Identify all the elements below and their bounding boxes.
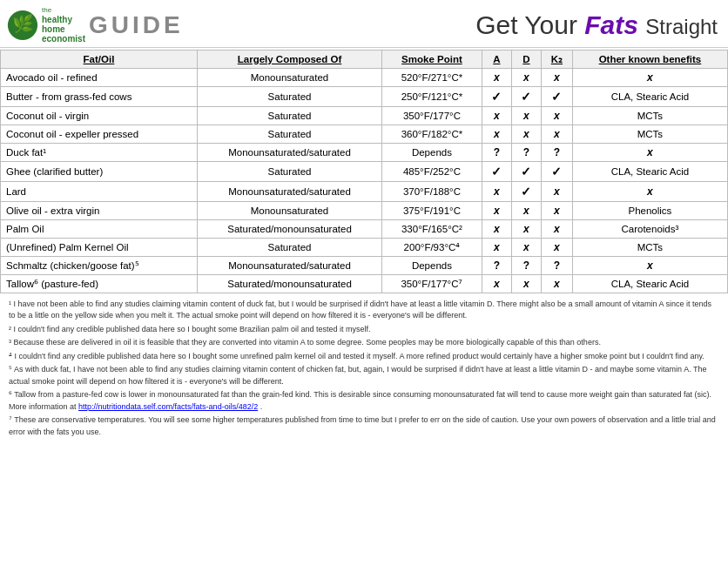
table-cell-2-1: Saturated xyxy=(197,106,381,125)
table-cell-8-5: x xyxy=(541,219,572,238)
table-cell-10-4: ? xyxy=(511,256,541,274)
table-cell-11-3: x xyxy=(482,274,511,293)
table-cell-7-6: Phenolics xyxy=(572,201,727,219)
nutrition-link[interactable]: http://nutritiondata.self.com/facts/fats… xyxy=(78,402,258,411)
table-cell-4-6: x xyxy=(572,143,727,161)
col-header-k2: K₂ xyxy=(541,50,572,68)
table-cell-9-1: Saturated xyxy=(197,238,381,256)
table-cell-11-2: 350°F/177°C⁷ xyxy=(382,274,482,293)
table-cell-8-3: x xyxy=(482,219,511,238)
table-cell-2-0: Coconut oil - virgin xyxy=(1,106,198,125)
table-row: Schmaltz (chicken/goose fat)⁵Monounsatur… xyxy=(1,256,728,274)
table-cell-1-2: 250°F/121°C* xyxy=(382,86,482,106)
footnote-7: ⁷ These are conservative temperatures. Y… xyxy=(9,414,719,438)
table-cell-9-3: x xyxy=(482,238,511,256)
table-cell-10-3: ? xyxy=(482,256,511,274)
table-cell-5-2: 485°F/252°C xyxy=(382,161,482,181)
table-cell-10-2: Depends xyxy=(382,256,482,274)
table-cell-3-2: 360°F/182°C* xyxy=(382,125,482,143)
table-cell-2-3: x xyxy=(482,106,511,125)
table-cell-2-5: x xyxy=(541,106,572,125)
table-cell-0-5: x xyxy=(541,68,572,86)
table-cell-8-1: Saturated/monounsaturated xyxy=(197,219,381,238)
table-cell-6-4: ✓ xyxy=(511,181,541,201)
table-cell-6-2: 370°F/188°C xyxy=(382,181,482,201)
table-cell-10-1: Monounsaturated/saturated xyxy=(197,256,381,274)
table-cell-6-0: Lard xyxy=(1,181,198,201)
guide-label: GUIDE xyxy=(89,11,184,39)
table-cell-11-6: CLA, Stearic Acid xyxy=(572,274,727,293)
page-wrapper: 🌿 the healthy home economist GUIDE Get Y… xyxy=(0,0,728,445)
col-header-a: A xyxy=(482,50,511,68)
col-header-smoke: Smoke Point xyxy=(382,50,482,68)
table-cell-4-0: Duck fat¹ xyxy=(1,143,198,161)
table-row: Olive oil - extra virginMonounsaturated3… xyxy=(1,201,728,219)
table-cell-8-6: Carotenoids³ xyxy=(572,219,727,238)
table-cell-4-1: Monounsaturated/saturated xyxy=(197,143,381,161)
table-cell-8-0: Palm Oil xyxy=(1,219,198,238)
table-cell-5-1: Saturated xyxy=(197,161,381,181)
table-cell-4-2: Depends xyxy=(382,143,482,161)
table-cell-8-4: x xyxy=(511,219,541,238)
table-cell-9-0: (Unrefined) Palm Kernel Oil xyxy=(1,238,198,256)
table-cell-7-3: x xyxy=(482,201,511,219)
table-cell-1-0: Butter - from grass-fed cows xyxy=(1,86,198,106)
table-cell-4-5: ? xyxy=(541,143,572,161)
table-cell-3-6: MCTs xyxy=(572,125,727,143)
table-cell-10-6: x xyxy=(572,256,727,274)
table-cell-0-1: Monounsaturated xyxy=(197,68,381,86)
title-fats: Fats xyxy=(584,10,638,39)
table-cell-9-6: MCTs xyxy=(572,238,727,256)
table-cell-6-5: x xyxy=(541,181,572,201)
footnote-4: ⁴ I couldn't find any credible published… xyxy=(9,351,719,363)
table-cell-5-4: ✓ xyxy=(511,161,541,181)
table-cell-7-4: x xyxy=(511,201,541,219)
table-cell-1-4: ✓ xyxy=(511,86,541,106)
table-cell-0-6: x xyxy=(572,68,727,86)
table-cell-6-6: x xyxy=(572,181,727,201)
logo-icon: 🌿 xyxy=(7,10,38,41)
table-cell-9-5: x xyxy=(541,238,572,256)
footnote-1: ¹ I have not been able to find any studi… xyxy=(9,299,719,322)
footnotes-section: ¹ I have not been able to find any studi… xyxy=(0,293,728,446)
col-header-d: D xyxy=(511,50,541,68)
table-cell-2-2: 350°F/177°C xyxy=(382,106,482,125)
table-cell-5-3: ✓ xyxy=(482,161,511,181)
table-cell-7-5: x xyxy=(541,201,572,219)
table-row: Palm OilSaturated/monounsaturated330°F/1… xyxy=(1,219,728,238)
table-cell-7-1: Monounsaturated xyxy=(197,201,381,219)
footnote-3: ³ Because these are delivered in oil it … xyxy=(9,337,719,349)
col-header-benefits: Other known benefits xyxy=(572,50,727,68)
table-cell-9-4: x xyxy=(511,238,541,256)
table-cell-0-2: 520°F/271°C* xyxy=(382,68,482,86)
col-header-fat: Fat/Oil xyxy=(1,50,198,68)
table-cell-5-5: ✓ xyxy=(541,161,572,181)
table-cell-1-3: ✓ xyxy=(482,86,511,106)
table-header-row: Fat/Oil Largely Composed Of Smoke Point … xyxy=(1,50,728,68)
table-cell-3-0: Coconut oil - expeller pressed xyxy=(1,125,198,143)
table-cell-1-1: Saturated xyxy=(197,86,381,106)
table-cell-7-0: Olive oil - extra virgin xyxy=(1,201,198,219)
table-cell-11-5: x xyxy=(541,274,572,293)
footnote-5: ⁵ As with duck fat, I have not been able… xyxy=(9,364,719,387)
table-row: Tallow⁶ (pasture-fed)Saturated/monounsat… xyxy=(1,274,728,293)
table-cell-5-0: Ghee (clarified butter) xyxy=(1,161,198,181)
table-row: Coconut oil - virginSaturated350°F/177°C… xyxy=(1,106,728,125)
table-cell-1-5: ✓ xyxy=(541,86,572,106)
logo-area: 🌿 the healthy home economist xyxy=(7,7,85,44)
table-row: Duck fat¹Monounsaturated/saturatedDepend… xyxy=(1,143,728,161)
table-cell-3-1: Saturated xyxy=(197,125,381,143)
table-row: Avocado oil - refinedMonounsaturated520°… xyxy=(1,68,728,86)
table-cell-6-3: x xyxy=(482,181,511,201)
title-suffix: Straight xyxy=(645,15,718,38)
table-cell-0-0: Avocado oil - refined xyxy=(1,68,198,86)
table-cell-0-4: x xyxy=(511,68,541,86)
table-row: (Unrefined) Palm Kernel OilSaturated200°… xyxy=(1,238,728,256)
table-cell-3-5: x xyxy=(541,125,572,143)
col-header-composed: Largely Composed Of xyxy=(197,50,381,68)
fats-table: Fat/Oil Largely Composed Of Smoke Point … xyxy=(0,50,728,293)
table-cell-1-6: CLA, Stearic Acid xyxy=(572,86,727,106)
table-cell-10-5: ? xyxy=(541,256,572,274)
table-cell-11-0: Tallow⁶ (pasture-fed) xyxy=(1,274,198,293)
table-cell-5-6: CLA, Stearic Acid xyxy=(572,161,727,181)
